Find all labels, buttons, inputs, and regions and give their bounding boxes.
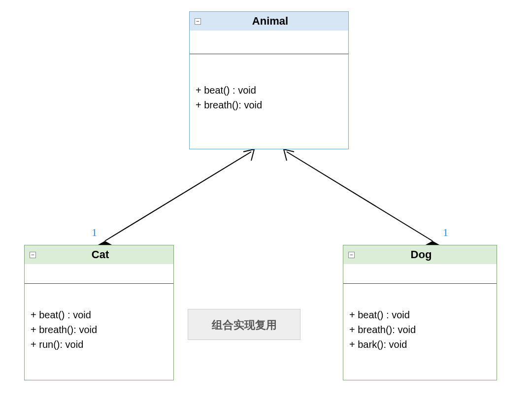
multiplicity-dog: 1 [443, 226, 448, 239]
method: + beat() : void [31, 307, 167, 322]
class-animal-methods: + beat() : void + breath(): void [190, 54, 348, 118]
method: + beat() : void [196, 83, 342, 98]
method: + run(): void [31, 337, 167, 352]
class-animal-attributes [190, 31, 348, 54]
class-dog-attributes [343, 264, 497, 284]
class-cat-attributes [25, 264, 173, 284]
class-animal: − Animal + beat() : void + breath(): voi… [189, 11, 349, 149]
multiplicity-cat: 1 [92, 226, 97, 239]
note-box: 组合实现复用 [188, 309, 300, 340]
method: + breath(): void [31, 322, 167, 337]
class-cat: − Cat + beat() : void + breath(): void +… [24, 245, 174, 380]
class-cat-methods: + beat() : void + breath(): void + run()… [25, 284, 173, 358]
class-dog: − Dog + beat() : void + breath(): void +… [343, 245, 497, 380]
note-text: 组合实现复用 [212, 319, 277, 331]
class-animal-title: Animal [204, 15, 346, 28]
method: + breath(): void [196, 98, 342, 112]
svg-line-0 [105, 152, 251, 241]
class-animal-header: − Animal [190, 12, 348, 31]
collapse-icon[interactable]: − [30, 252, 36, 258]
collapse-icon[interactable]: − [195, 18, 201, 25]
class-dog-body: + beat() : void + breath(): void + bark(… [343, 264, 497, 380]
class-animal-body: + beat() : void + breath(): void [190, 31, 348, 149]
class-cat-body: + beat() : void + breath(): void + run()… [25, 264, 173, 380]
method: + beat() : void [349, 307, 491, 322]
class-dog-header: − Dog [343, 245, 497, 264]
class-dog-methods: + beat() : void + breath(): void + bark(… [343, 284, 497, 358]
class-dog-title: Dog [358, 248, 495, 261]
svg-line-2 [287, 152, 432, 241]
method: + breath(): void [349, 322, 491, 337]
class-cat-title: Cat [39, 248, 171, 261]
method: + bark(): void [349, 337, 491, 352]
collapse-icon[interactable]: − [348, 252, 355, 258]
class-cat-header: − Cat [25, 245, 173, 264]
